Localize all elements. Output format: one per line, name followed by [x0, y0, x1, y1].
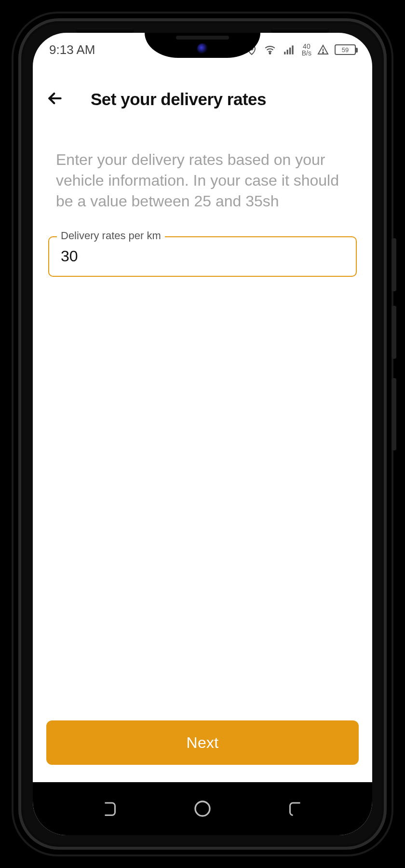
arrow-left-icon: [45, 89, 65, 110]
content: Set your delivery rates Enter your deliv…: [33, 67, 372, 782]
status-time: 9:13 AM: [49, 42, 95, 57]
side-button: [392, 238, 396, 291]
signal-icon: [283, 43, 296, 56]
network-rate-value: 40: [303, 43, 310, 50]
back-button[interactable]: [43, 88, 67, 111]
battery-icon: 59: [335, 44, 356, 55]
svg-point-2: [269, 53, 270, 54]
warning-icon: [317, 44, 329, 55]
side-button: [392, 378, 396, 450]
screen: 9:13 AM: [33, 33, 372, 835]
back-icon: [288, 800, 305, 817]
wifi-icon: [263, 43, 277, 56]
instruction-text: Enter your delivery rates based on your …: [46, 130, 359, 236]
rate-field-label: Delivery rates per km: [57, 230, 165, 242]
svg-rect-5: [289, 48, 291, 54]
rate-field: Delivery rates per km: [48, 236, 357, 277]
next-button[interactable]: Next: [46, 720, 359, 765]
phone-rim: 9:13 AM: [18, 18, 387, 850]
phone-frame: 9:13 AM: [12, 12, 393, 856]
header: Set your delivery rates: [46, 67, 359, 130]
nav-home-button[interactable]: [193, 799, 212, 818]
home-circle-icon: [193, 799, 212, 818]
svg-rect-4: [286, 50, 288, 54]
network-rate-unit: B/s: [302, 50, 311, 56]
svg-rect-6: [292, 45, 293, 54]
network-rate: 40 B/s: [302, 43, 311, 56]
rate-input[interactable]: [48, 236, 357, 277]
nav-recent-button[interactable]: [100, 800, 117, 817]
svg-point-8: [195, 801, 210, 816]
system-nav-bar: [33, 782, 372, 835]
svg-point-7: [323, 52, 324, 53]
page-title: Set your delivery rates: [67, 90, 359, 109]
battery-percent: 59: [335, 44, 356, 55]
speaker-slit: [271, 28, 329, 33]
recent-icon: [100, 800, 117, 817]
front-camera: [197, 43, 208, 54]
svg-rect-3: [284, 52, 285, 54]
side-button: [392, 306, 396, 359]
speaker-slit: [76, 28, 134, 33]
nav-back-button[interactable]: [288, 800, 305, 817]
